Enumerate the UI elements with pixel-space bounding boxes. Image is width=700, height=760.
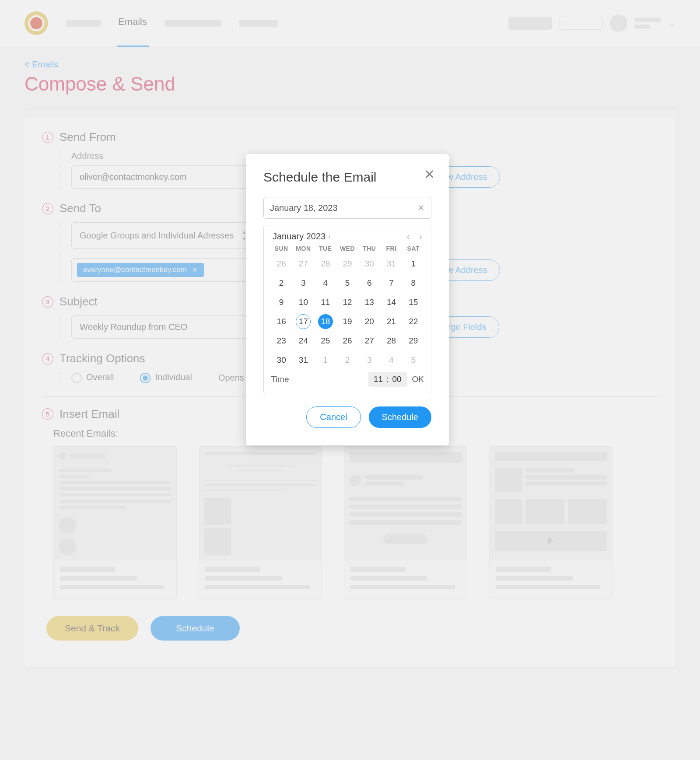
calendar-day: 30 [359, 256, 380, 271]
calendar: January 2023› ‹› SUNMONTUEWEDTHUFRISAT26… [263, 225, 431, 394]
prev-month-button[interactable]: ‹ [407, 231, 410, 242]
confirm-schedule-button[interactable]: Schedule [369, 406, 431, 428]
calendar-day[interactable]: 11 [315, 295, 336, 310]
calendar-day: 4 [381, 353, 402, 368]
calendar-day[interactable]: 5 [337, 276, 358, 291]
calendar-day[interactable]: 15 [403, 295, 424, 310]
calendar-day: 26 [271, 256, 292, 271]
calendar-day[interactable]: 6 [359, 276, 380, 291]
calendar-month-label[interactable]: January 2023› [273, 231, 331, 242]
calendar-day[interactable]: 2 [271, 276, 292, 291]
calendar-day[interactable]: 17 [296, 314, 311, 329]
calendar-day[interactable]: 16 [271, 314, 292, 329]
calendar-day[interactable]: 7 [381, 276, 402, 291]
calendar-day: 3 [359, 353, 380, 368]
calendar-day[interactable]: 1 [403, 256, 424, 271]
calendar-day[interactable]: 29 [403, 333, 424, 348]
calendar-day[interactable]: 13 [359, 295, 380, 310]
calendar-day[interactable]: 30 [271, 353, 292, 368]
calendar-day[interactable]: 14 [381, 295, 402, 310]
calendar-day[interactable]: 8 [403, 276, 424, 291]
calendar-day[interactable]: 19 [337, 314, 358, 329]
time-label: Time [271, 375, 289, 384]
date-value: January 18, 2023 [270, 203, 338, 213]
calendar-weekday: WED [337, 245, 358, 252]
calendar-day[interactable]: 18 [318, 314, 333, 329]
date-input[interactable]: January 18, 2023 ✕ [263, 197, 431, 219]
calendar-day: 2 [337, 353, 358, 368]
calendar-day: 5 [403, 353, 424, 368]
calendar-day: 27 [293, 256, 314, 271]
calendar-day[interactable]: 27 [359, 333, 380, 348]
calendar-weekday: FRI [381, 245, 402, 252]
chevron-right-icon: › [328, 233, 330, 241]
calendar-day[interactable]: 3 [293, 276, 314, 291]
calendar-day[interactable]: 21 [381, 314, 402, 329]
calendar-day: 1 [315, 353, 336, 368]
next-month-button[interactable]: › [419, 231, 422, 242]
time-input[interactable]: 11:00 [368, 372, 407, 387]
calendar-day: 28 [315, 256, 336, 271]
calendar-day: 31 [381, 256, 402, 271]
calendar-weekday: SUN [271, 245, 292, 252]
calendar-weekday: SAT [403, 245, 424, 252]
time-ok-button[interactable]: OK [412, 375, 424, 384]
calendar-day[interactable]: 26 [337, 333, 358, 348]
calendar-weekday: THU [359, 245, 380, 252]
calendar-day[interactable]: 24 [293, 333, 314, 348]
close-icon[interactable]: ✕ [424, 168, 435, 181]
calendar-day[interactable]: 9 [271, 295, 292, 310]
clear-date-icon[interactable]: ✕ [417, 203, 425, 213]
calendar-grid: SUNMONTUEWEDTHUFRISAT2627282930311234567… [271, 245, 424, 368]
calendar-day: 29 [337, 256, 358, 271]
modal-title: Schedule the Email [263, 170, 431, 185]
cancel-button[interactable]: Cancel [306, 406, 360, 428]
calendar-day[interactable]: 31 [293, 353, 314, 368]
calendar-day[interactable]: 20 [359, 314, 380, 329]
calendar-day[interactable]: 12 [337, 295, 358, 310]
calendar-day[interactable]: 22 [403, 314, 424, 329]
calendar-weekday: TUE [315, 245, 336, 252]
calendar-day[interactable]: 28 [381, 333, 402, 348]
calendar-day[interactable]: 25 [315, 333, 336, 348]
calendar-day[interactable]: 23 [271, 333, 292, 348]
calendar-weekday: MON [293, 245, 314, 252]
calendar-day[interactable]: 10 [293, 295, 314, 310]
calendar-day[interactable]: 4 [315, 276, 336, 291]
schedule-modal: Schedule the Email ✕ January 18, 2023 ✕ … [246, 154, 449, 445]
